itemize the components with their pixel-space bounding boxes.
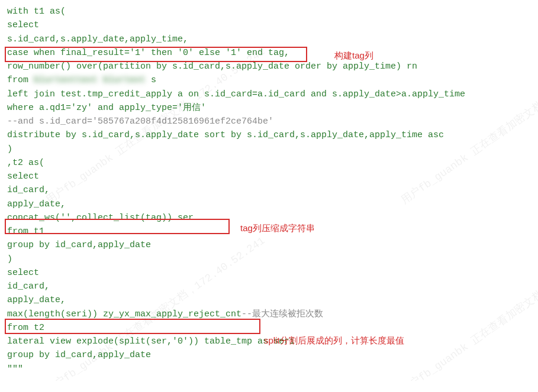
code-line: id_card, — [7, 280, 531, 293]
code-line: ) — [7, 252, 531, 266]
code-line: case when final_result='1' then '0' else… — [7, 46, 531, 60]
code-line: distribute by s.id_card,s.apply_date sor… — [7, 128, 531, 142]
code-comment: --最大连续被拒次数 — [241, 309, 323, 319]
code-text: from — [7, 75, 34, 85]
code-line: select — [7, 170, 531, 183]
code-line: s.id_card,s.apply_date,apply_time, — [7, 33, 531, 46]
annotation-text: tag列压缩成字符串 — [240, 221, 315, 235]
code-line: from t2 — [7, 321, 531, 335]
code-line: max(length(seri)) zy_yx_max_apply_reject… — [7, 307, 531, 321]
code-line: group by id_card,apply_date — [7, 238, 531, 252]
code-line: ,t2 as( — [7, 156, 531, 170]
code-text: s — [146, 75, 156, 85]
code-line: left join test.tmp_credit_apply a on s.i… — [7, 88, 531, 101]
code-text: max(length(seri)) zy_yx_max_apply_reject… — [7, 309, 241, 319]
annotation-text: 构建tag列 — [334, 48, 373, 62]
code-line: ) — [7, 142, 531, 156]
code-line: from blurtexttext blurtext s — [7, 73, 531, 87]
blurred-text: blurtexttext blurtext — [34, 73, 146, 87]
code-line: select — [7, 18, 531, 32]
code-comment: --and s.id_card='585767a208f4d125816961e… — [7, 115, 531, 128]
code-line: where a.qd1='zy' and apply_type='用信' — [7, 101, 531, 115]
code-line: group by id_card,apply_date — [7, 348, 531, 362]
code-line: select — [7, 266, 531, 280]
code-line: row_number() over(partition by s.id_card… — [7, 60, 531, 73]
code-line: id_card, — [7, 183, 531, 197]
code-line: with t1 as( — [7, 5, 531, 18]
code-line: apply_date, — [7, 197, 531, 211]
code-line: """ — [7, 362, 531, 376]
code-line: apply_date, — [7, 293, 531, 307]
annotation-text: split分割后展成的列，计算长度最值 — [264, 333, 404, 347]
